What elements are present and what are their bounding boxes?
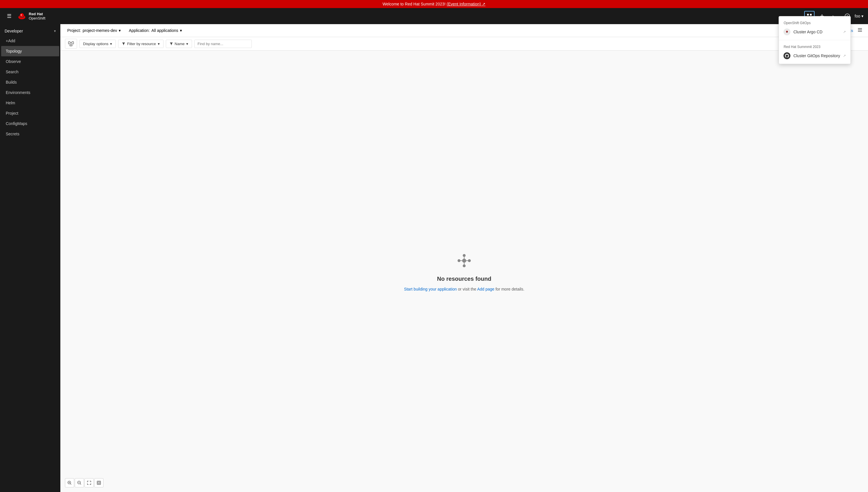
sidebar-section-chevron: ▾ [54,29,56,33]
main-header: ☰ Red Hat OpenShift [0,8,868,24]
bottom-controls [65,478,103,487]
svg-point-3 [21,15,22,16]
logo-area: Red Hat OpenShift [17,11,45,21]
display-options-button[interactable]: Display options ▾ [79,40,116,48]
project-selector[interactable]: Project: project-memes-dev ▾ [65,27,123,34]
dropdown-item-argocd[interactable]: Cluster Argo CD ↗ [779,26,850,38]
topology-area: No resources found Start building your a… [60,51,868,492]
svg-point-22 [463,264,466,267]
dropdown-item1-label: Cluster Argo CD [793,30,822,34]
topology-view-button[interactable] [65,39,77,49]
user-menu-button[interactable]: foo ▾ [855,14,863,18]
svg-point-2 [20,13,24,17]
svg-rect-30 [98,482,100,484]
sidebar-section-developer[interactable]: Developer ▾ [0,26,60,35]
sidebar-item-secrets[interactable]: Secrets [1,129,59,139]
sidebar-item-observe[interactable]: Observe [1,56,59,67]
svg-rect-16 [72,42,74,44]
fit-icon [87,481,91,485]
sidebar-item-helm[interactable]: Helm [1,98,59,108]
announcement-bar: Welcome to Red Hat Summit 2023! (Event I… [0,0,868,8]
sidebar-item-environments[interactable]: Environments [1,88,59,98]
sidebar-item-search[interactable]: Search [1,67,59,77]
dropdown-item1-ext-icon: ↗ [843,30,846,34]
svg-point-18 [462,259,466,263]
app-name: All applications [151,28,178,33]
find-by-name-input[interactable] [194,40,252,48]
topology-empty-icon [455,251,473,271]
filter-by-resource-button[interactable]: Filter by resource ▾ [118,40,163,48]
app-label: Application: [129,28,149,33]
name-chevron: ▾ [186,42,188,46]
svg-point-20 [468,259,471,262]
svg-rect-5 [810,14,812,16]
svg-rect-29 [97,481,101,485]
toolbar: Display options ▾ Filter by resource ▾ N… [60,37,868,51]
reset-icon [97,481,101,485]
dropdown-item2-label: Cluster GitOps Repository [793,53,840,58]
header-left: ☰ Red Hat OpenShift [5,10,804,22]
dropdown-section1-title: OpenShift GitOps [779,19,850,26]
sidebar-item-configmaps[interactable]: ConfigMaps [1,118,59,129]
empty-state-description: Start building your application or visit… [404,287,524,291]
list-view-icon [858,28,862,32]
start-building-link[interactable]: Start building your application [404,287,457,291]
main-panel: Project: project-memes-dev ▾ Application… [60,24,868,492]
svg-point-33 [787,31,787,32]
zoom-out-icon [77,481,81,485]
secondary-header: Project: project-memes-dev ▾ Application… [60,24,868,37]
zoom-in-button[interactable] [65,478,74,487]
hamburger-button[interactable]: ☰ [5,10,14,22]
topology-empty-state: No resources found Start building your a… [404,251,524,291]
svg-point-21 [463,254,466,257]
filter-icon [122,42,125,45]
announcement-link[interactable]: (Event Information) ↗ [447,2,486,6]
sidebar-item-topology[interactable]: Topology [1,46,59,56]
logo-text: Red Hat OpenShift [29,12,45,20]
app-launcher-dropdown: OpenShift GitOps Cluster Argo CD ↗ Red H… [778,16,851,64]
app-selector[interactable]: Application: All applications ▾ [126,27,184,34]
zoom-out-button[interactable] [75,478,84,487]
project-chevron: ▾ [119,28,121,33]
name-filter-button[interactable]: Name ▾ [166,40,192,48]
svg-rect-15 [68,42,70,44]
zoom-in-icon [68,481,72,485]
fit-to-screen-button[interactable] [84,478,94,487]
sidebar-item-project[interactable]: Project [1,108,59,118]
svg-rect-14 [858,31,862,32]
reset-view-button[interactable] [94,478,103,487]
svg-point-19 [457,259,461,262]
project-name: project-memes-dev [82,28,117,33]
display-options-chevron: ▾ [110,42,112,46]
dropdown-section2-title: Red Hat Summmit 2023 [779,43,850,50]
sidebar: Developer ▾ +Add Topology Observe Search… [0,24,60,492]
list-view-button[interactable] [857,26,863,34]
sidebar-section-label: Developer [5,29,23,33]
sidebar-item-builds[interactable]: Builds [1,77,59,88]
filter-icon2 [170,42,173,45]
content-area: Developer ▾ +Add Topology Observe Search… [0,24,868,492]
argocd-icon [784,28,790,35]
app-chevron: ▾ [180,28,182,33]
dropdown-divider [779,40,850,40]
github-icon [784,52,790,59]
redhat-logo-icon [17,11,26,21]
topology-icon [68,41,74,47]
filter-chevron: ▾ [158,42,160,46]
project-label: Project: [67,28,81,33]
svg-rect-12 [858,28,862,29]
svg-rect-17 [70,45,72,46]
svg-rect-13 [858,30,862,30]
sidebar-item-add[interactable]: +Add [1,35,59,46]
dropdown-item2-ext-icon: ↗ [843,54,846,58]
empty-state-title: No resources found [437,276,492,282]
dropdown-item-gitops-repo[interactable]: Cluster GitOps Repository ↗ [779,50,850,62]
announcement-text: Welcome to Red Hat Summit 2023! [382,2,447,6]
add-page-link[interactable]: Add page [477,287,494,291]
svg-rect-4 [807,14,809,16]
